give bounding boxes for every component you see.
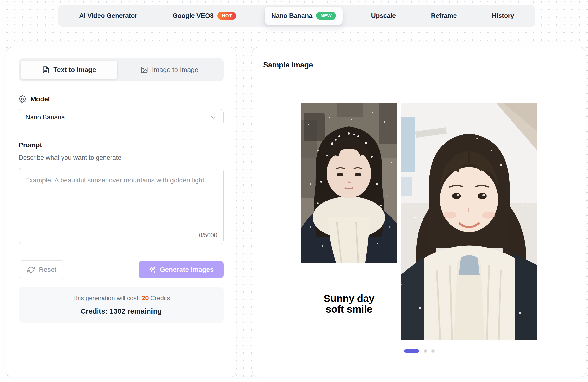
tab-image-to-image[interactable]: Image to Image [117,61,222,79]
sample-image-after [401,103,537,340]
cost-amount: 20 [142,295,149,302]
action-row: Reset Generate Images [19,260,224,279]
chevron-down-icon [210,114,217,121]
tab-text-to-image[interactable]: Text to Image [21,61,117,79]
tab-ai-video-generator[interactable]: AI Video Generator [72,7,144,25]
model-section-header: Model [19,95,224,103]
reset-button[interactable]: Reset [19,260,65,279]
generation-cost-line: This generation will cost: 20 Credits [72,295,170,302]
generate-images-button[interactable]: Generate Images [139,261,224,278]
tab-label: Upscale [371,12,396,20]
model-selected-value: Nano Banana [25,114,65,121]
reset-label: Reset [39,266,56,274]
file-text-icon [42,66,50,74]
top-navigation: AI Video Generator Google VEO3 HOT Nano … [58,5,535,27]
sample-image-before [301,103,397,263]
sample-caption-line2: soft smile [301,304,397,315]
sample-image-title: Sample Image [263,61,313,69]
cost-prefix: This generation will cost: [72,295,140,302]
carousel-dots [252,349,587,353]
prompt-description: Describe what you want to generate [19,154,224,161]
sample-caption: Sunny day soft smile [301,293,397,314]
carousel-dot-3[interactable] [431,349,435,353]
hot-badge: HOT [217,12,236,20]
gear-icon [19,95,26,103]
sample-caption-line1: Sunny day [301,293,397,304]
prompt-input[interactable] [19,168,223,244]
tab-label: History [492,12,514,20]
new-badge: NEW [316,12,336,20]
prompt-label: Prompt [19,141,224,149]
model-label: Model [31,95,50,103]
prompt-box: 0/5000 [19,168,224,244]
carousel-dot-1[interactable] [404,349,420,353]
tab-google-veo3[interactable]: Google VEO3 HOT [166,7,243,25]
tab-nano-banana[interactable]: Nano Banana NEW [265,7,343,25]
tab-label: Nano Banana [271,12,313,20]
tab-label: Google VEO3 [173,12,214,20]
carousel-dot-2[interactable] [424,349,427,353]
character-counter: 0/5000 [199,232,217,239]
sample-panel: Sample Image [252,47,586,377]
segment-label: Image to Image [152,66,198,74]
tab-label: Reframe [431,12,457,20]
image-icon [140,66,148,74]
tab-upscale[interactable]: Upscale [364,7,402,25]
tab-reframe[interactable]: Reframe [424,7,463,25]
generate-label: Generate Images [160,266,214,274]
refresh-icon [27,266,35,273]
segment-label: Text to Image [53,66,96,74]
model-select[interactable]: Nano Banana [19,109,224,126]
generator-panel: Text to Image Image to Image Model Nano … [6,47,236,377]
cost-info-box: This generation will cost: 20 Credits Cr… [19,287,224,323]
tab-history[interactable]: History [485,7,521,25]
sparkles-icon [148,266,156,274]
page: { "nav": { "items": [ { "label": "AI Vid… [0,0,588,382]
mode-segmented-control: Text to Image Image to Image [19,58,224,81]
credits-remaining: Credits: 1302 remaining [81,307,162,315]
tab-label: AI Video Generator [79,12,137,20]
cost-suffix: Credits [150,295,170,302]
